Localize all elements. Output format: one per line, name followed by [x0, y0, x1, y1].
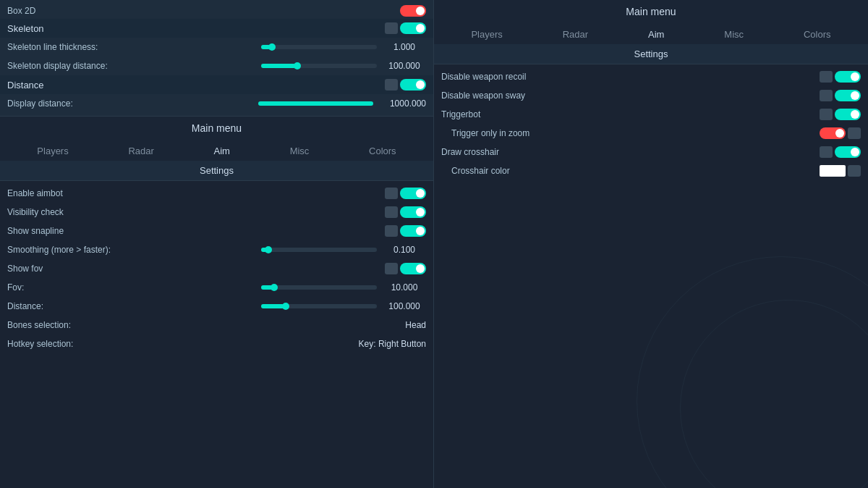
right-tab-radar[interactable]: Radar: [554, 25, 597, 44]
hotkey-selection-value: Key: Right Button: [359, 339, 426, 349]
aimbot-toggle[interactable]: [400, 188, 426, 199]
triggerbot-toggle[interactable]: [835, 109, 861, 120]
distance-value-label: Distance:: [7, 301, 261, 311]
visibility-check-row: Visibility check: [0, 203, 433, 222]
visibility-toggle[interactable]: [400, 206, 426, 218]
distance-slider[interactable]: 100.000: [261, 301, 426, 311]
skeleton-distance-row: Skeleton display distance: 100.000: [0, 56, 433, 75]
box2d-label: Box 2D: [7, 6, 400, 16]
crosshair-color-label: Crosshair color: [451, 166, 820, 176]
skeleton-header: Skeleton: [0, 19, 433, 38]
show-fov-label: Show fov: [7, 264, 385, 274]
left-tab-radar[interactable]: Radar: [119, 141, 162, 161]
crosshair-color-dark: [848, 165, 861, 177]
enable-aimbot-label: Enable aimbot: [7, 188, 385, 198]
sway-toggle[interactable]: [835, 90, 861, 101]
smoothing-row: Smoothing (more > faster): 0.100: [0, 240, 433, 259]
recoil-toggle-dark: [820, 71, 833, 83]
skeleton-toggle-dark: [385, 22, 398, 34]
snapline-row: Show snapline: [0, 222, 433, 240]
left-menu-title: Main menu: [0, 117, 433, 140]
right-nav-section: Main menu Players Radar Aim Misc Colors …: [434, 0, 868, 64]
bones-selection-value: Head: [405, 320, 426, 330]
disable-recoil-row: Disable weapon recoil: [434, 67, 868, 86]
snapline-toggle-dark: [385, 225, 398, 237]
fov-value-row: Fov: 10.000: [0, 278, 433, 297]
skeleton-thickness-value: 1.000: [383, 42, 426, 52]
triggerbot-row: Triggerbot: [434, 105, 868, 124]
smoothing-slider[interactable]: 0.100: [261, 245, 426, 255]
skeleton-thickness-label: Skeleton line thickness:: [7, 42, 261, 52]
visibility-toggle-dark: [385, 206, 398, 218]
crosshair-toggle[interactable]: [835, 146, 861, 158]
fov-value: 10.000: [383, 282, 426, 293]
left-tab-colors[interactable]: Colors: [360, 141, 405, 161]
skeleton-distance-slider[interactable]: 100.000: [261, 61, 426, 71]
visibility-check-label: Visibility check: [7, 207, 385, 217]
left-settings-area: Enable aimbot Visibility check: [0, 181, 433, 488]
smoothing-label: Smoothing (more > faster):: [7, 245, 261, 255]
crosshair-color-swatch[interactable]: [820, 165, 846, 177]
sway-toggle-dark: [820, 90, 833, 101]
right-tab-aim[interactable]: Aim: [639, 25, 673, 44]
right-tab-players[interactable]: Players: [462, 25, 511, 44]
display-distance-row: Display distance: 1000.000: [0, 94, 433, 113]
left-nav-tabs: Players Radar Aim Misc Colors: [0, 140, 433, 161]
left-section-title: Settings: [0, 161, 433, 181]
distance-label: Distance: [7, 80, 44, 91]
left-top-section: Box 2D Skeleton Skeleton line thickness:: [0, 0, 433, 117]
draw-crosshair-label: Draw crosshair: [441, 147, 820, 157]
trigger-zoom-label: Trigger only in zoom: [451, 128, 820, 138]
right-section-title: Settings: [434, 44, 868, 64]
hotkey-selection-row: Hotkey selection: Key: Right Button: [0, 335, 433, 353]
enable-aimbot-row: Enable aimbot: [0, 184, 433, 203]
box2d-row: Box 2D: [0, 3, 433, 19]
main-container: Box 2D Skeleton Skeleton line thickness:: [0, 0, 868, 488]
distance-toggle[interactable]: [400, 79, 426, 91]
skeleton-distance-label: Skeleton display distance:: [7, 61, 261, 71]
fov-slider[interactable]: 10.000: [261, 282, 426, 293]
bones-selection-label: Bones selection:: [7, 320, 405, 330]
box2d-toggle[interactable]: [400, 5, 426, 17]
hotkey-selection-label: Hotkey selection:: [7, 339, 359, 349]
right-tab-misc[interactable]: Misc: [715, 25, 752, 44]
distance-toggle-dark: [385, 79, 398, 91]
skeleton-thickness-row: Skeleton line thickness: 1.000: [0, 38, 433, 56]
recoil-toggle[interactable]: [835, 71, 861, 83]
right-panel: Main menu Players Radar Aim Misc Colors …: [434, 0, 868, 488]
triggerbot-toggle-dark: [820, 109, 833, 120]
show-fov-row: Show fov: [0, 259, 433, 278]
distance-header: Distance: [0, 75, 433, 94]
smoothing-value: 0.100: [383, 245, 426, 255]
disable-sway-row: Disable weapon sway: [434, 86, 868, 105]
display-distance-slider[interactable]: [258, 101, 373, 106]
snapline-label: Show snapline: [7, 226, 385, 236]
triggerbot-label: Triggerbot: [441, 109, 820, 119]
bones-selection-row: Bones selection: Head: [0, 316, 433, 335]
snapline-toggle[interactable]: [400, 225, 426, 237]
fov-value-label: Fov:: [7, 282, 261, 293]
crosshair-color-row: Crosshair color: [434, 161, 868, 180]
left-tab-aim[interactable]: Aim: [205, 141, 239, 161]
skeleton-thickness-slider[interactable]: 1.000: [261, 42, 426, 52]
display-distance-label: Display distance:: [7, 98, 252, 109]
skeleton-label: Skeleton: [7, 23, 44, 34]
display-distance-value: 1000.000: [379, 98, 426, 109]
left-tab-misc[interactable]: Misc: [281, 141, 318, 161]
trigger-zoom-toggle-dark: [848, 127, 861, 139]
right-nav-tabs: Players Radar Aim Misc Colors: [434, 23, 868, 44]
draw-crosshair-row: Draw crosshair: [434, 143, 868, 161]
skeleton-toggle[interactable]: [400, 22, 426, 34]
disable-recoil-label: Disable weapon recoil: [441, 72, 820, 82]
fov-toggle[interactable]: [400, 263, 426, 274]
crosshair-toggle-dark: [820, 146, 833, 158]
trigger-zoom-toggle[interactable]: [820, 127, 846, 139]
disable-sway-label: Disable weapon sway: [441, 91, 820, 101]
distance-value: 100.000: [383, 301, 426, 311]
left-nav-section: Main menu Players Radar Aim Misc Colors …: [0, 117, 433, 181]
right-tab-colors[interactable]: Colors: [795, 25, 840, 44]
trigger-zoom-row: Trigger only in zoom: [434, 124, 868, 143]
left-tab-players[interactable]: Players: [28, 141, 77, 161]
skeleton-distance-value: 100.000: [383, 61, 426, 71]
fov-toggle-dark: [385, 263, 398, 274]
